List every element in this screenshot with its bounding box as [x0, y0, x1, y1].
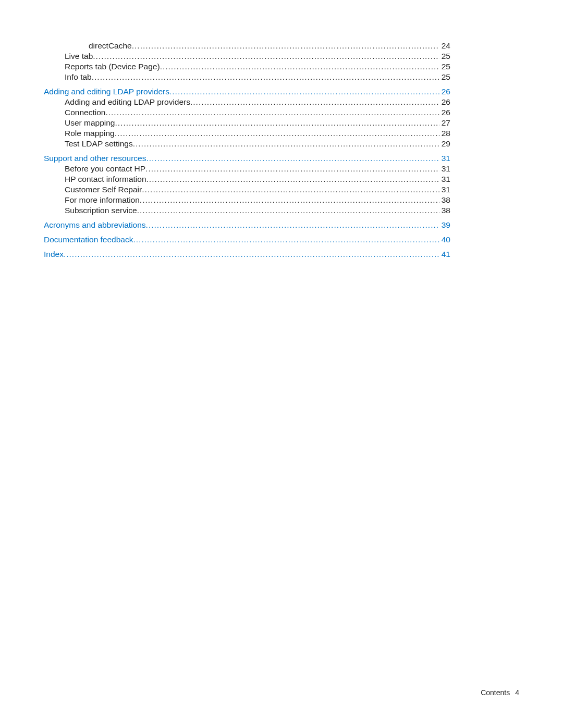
- toc-entry-label: Test LDAP settings: [65, 139, 133, 149]
- page-footer: Contents 4: [481, 688, 519, 697]
- toc-leader-dots: [146, 174, 439, 184]
- toc-entry-label: Live tab: [65, 51, 93, 61]
- toc-entry-page: 26: [439, 107, 450, 117]
- toc-leader-dots: [92, 72, 439, 82]
- toc-entry: Customer Self Repair31: [44, 184, 450, 194]
- toc-leader-dots: [133, 235, 439, 244]
- toc-entry-label: directCache: [89, 41, 132, 51]
- toc-entry-page: 25: [439, 72, 450, 82]
- toc-entry-label: Adding and editing LDAP providers: [65, 97, 190, 107]
- toc-entry-label: User mapping: [65, 118, 115, 128]
- toc-entry: Connection26: [44, 107, 450, 117]
- toc-entry[interactable]: Documentation feedback40: [44, 235, 450, 244]
- toc-entry: For more information38: [44, 195, 450, 205]
- toc-leader-dots: [140, 195, 439, 205]
- toc-entry-label: Info tab: [65, 72, 92, 82]
- toc-leader-dots: [169, 87, 439, 96]
- toc-entry: Info tab25: [44, 72, 450, 82]
- toc-leader-dots: [132, 41, 439, 51]
- toc-entry: Before you contact HP31: [44, 164, 450, 174]
- toc-leader-dots: [145, 164, 439, 174]
- toc-entry-label: HP contact information: [65, 174, 146, 184]
- toc-entry: Subscription service38: [44, 205, 450, 215]
- toc-leader-dots: [160, 61, 439, 71]
- toc-entry-page: 25: [439, 61, 450, 71]
- toc-leader-dots: [190, 97, 439, 107]
- toc-entry-page: 25: [439, 51, 450, 61]
- toc-entry-page: 38: [439, 205, 450, 215]
- toc-entry-page: 29: [439, 139, 450, 149]
- toc-entry-page: 26: [439, 97, 450, 107]
- toc-entry: HP contact information31: [44, 174, 450, 184]
- toc-entry-page: 38: [439, 195, 450, 205]
- toc-entry[interactable]: Acronyms and abbreviations39: [44, 220, 450, 230]
- toc-leader-dots: [105, 107, 439, 117]
- toc-entry-page: 28: [439, 128, 450, 138]
- footer-page-number: 4: [515, 688, 519, 697]
- toc-entry[interactable]: Support and other resources31: [44, 153, 450, 163]
- toc-entry-page: 31: [439, 174, 450, 184]
- toc-leader-dots: [115, 128, 439, 138]
- toc-leader-dots: [133, 139, 439, 149]
- toc-entry-page: 31: [439, 164, 450, 174]
- footer-label: Contents: [481, 688, 510, 697]
- toc-container: directCache24Live tab25Reports tab (Devi…: [44, 41, 450, 260]
- toc-entry-label: Reports tab (Device Page): [65, 61, 160, 71]
- toc-leader-dots: [137, 205, 439, 215]
- toc-entry-label: Documentation feedback: [44, 235, 133, 244]
- toc-entry-page: 31: [439, 153, 450, 163]
- toc-leader-dots: [142, 184, 439, 194]
- toc-entry-label: For more information: [65, 195, 140, 205]
- toc-entry-page: 31: [439, 184, 450, 194]
- toc-entry: User mapping27: [44, 118, 450, 128]
- toc-entry[interactable]: Index41: [44, 249, 450, 259]
- toc-entry-label: Customer Self Repair: [65, 184, 142, 194]
- toc-entry-page: 26: [439, 87, 450, 96]
- toc-entry-label: Acronyms and abbreviations: [44, 220, 146, 230]
- toc-entry: Reports tab (Device Page)25: [44, 61, 450, 71]
- toc-leader-dots: [93, 51, 439, 61]
- toc-entry-page: 41: [439, 249, 450, 259]
- toc-entry-label: Subscription service: [65, 205, 137, 215]
- toc-entry[interactable]: Adding and editing LDAP providers26: [44, 87, 450, 96]
- toc-entry: directCache24: [44, 41, 450, 51]
- toc-entry: Live tab25: [44, 51, 450, 61]
- toc-entry-page: 40: [439, 235, 450, 244]
- toc-entry-label: Before you contact HP: [65, 164, 145, 174]
- toc-entry-page: 39: [439, 220, 450, 230]
- toc-entry: Adding and editing LDAP providers26: [44, 97, 450, 107]
- toc-leader-dots: [64, 249, 439, 259]
- toc-entry-page: 24: [439, 41, 450, 51]
- toc-leader-dots: [146, 220, 439, 230]
- toc-entry: Test LDAP settings29: [44, 139, 450, 149]
- toc-entry-page: 27: [439, 118, 450, 128]
- toc-leader-dots: [115, 118, 439, 128]
- toc-entry-label: Connection: [65, 107, 105, 117]
- toc-leader-dots: [146, 153, 439, 163]
- toc-entry-label: Role mapping: [65, 128, 115, 138]
- toc-entry-label: Index: [44, 249, 64, 259]
- toc-entry: Role mapping28: [44, 128, 450, 138]
- toc-entry-label: Adding and editing LDAP providers: [44, 87, 169, 96]
- toc-entry-label: Support and other resources: [44, 153, 146, 163]
